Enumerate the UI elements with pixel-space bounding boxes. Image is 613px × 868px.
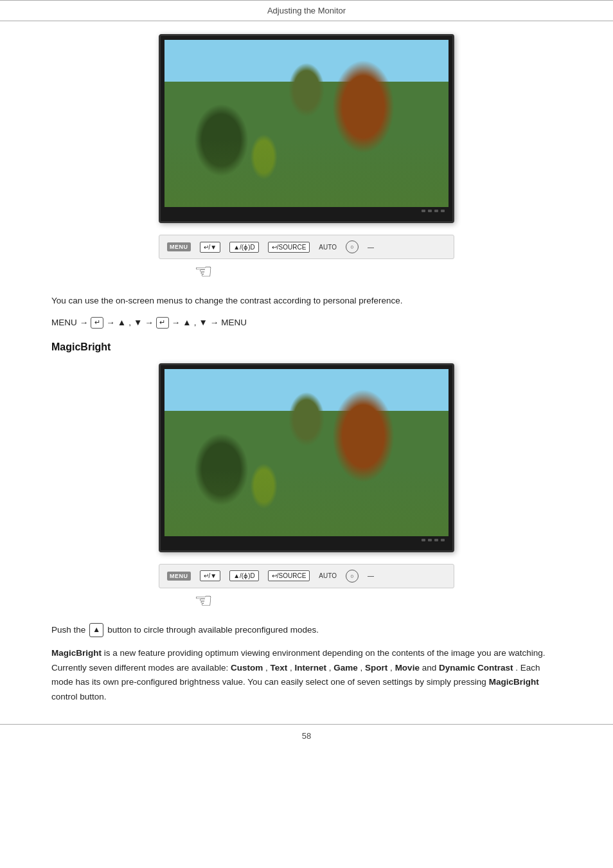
seq-up-2: ▲	[182, 318, 191, 327]
magicbright-button-icon: ▲	[89, 623, 103, 637]
mode-internet: Internet	[294, 663, 326, 673]
osd-btn-3: ↩/SOURCE	[268, 242, 310, 253]
control-dot	[434, 210, 438, 212]
monitor-image-2	[51, 363, 562, 552]
push-prefix: Push the	[51, 623, 85, 637]
osd-wrapper-1: MENU ↵/▼ ▲/(ϕ)D ↩/SOURCE AUTO ○ — ☞	[51, 235, 562, 259]
osd-wrapper-2: MENU ↵/▼ ▲/(ϕ)D ↩/SOURCE AUTO ○ — ☞	[51, 564, 562, 588]
menu-sequence: MENU → ↵ → ▲ , ▼ → ↵ → ▲ , ▼ → MENU	[51, 317, 562, 329]
mode-game: Game	[333, 663, 358, 673]
osd-bar-1: MENU ↵/▼ ▲/(ϕ)D ↩/SOURCE AUTO ○ —	[159, 235, 454, 259]
control-dot	[428, 210, 432, 212]
control-dot	[422, 210, 425, 212]
magicbright-body-text: MagicBright is a new feature providing o…	[51, 646, 562, 705]
page-header: Adjusting the Monitor	[0, 0, 613, 21]
push-suffix: button to circle through available preco…	[107, 623, 319, 637]
osd-power-btn: ○	[346, 240, 359, 253]
monitor-controls-1	[164, 207, 449, 212]
seq-down-1: ▼	[134, 318, 142, 327]
control-dot	[434, 539, 438, 541]
seq-arrow-5: →	[210, 318, 219, 327]
seq-menu: MENU	[51, 318, 77, 327]
seq-arrow-2: →	[106, 318, 115, 327]
osd-bar-2: MENU ↵/▼ ▲/(ϕ)D ↩/SOURCE AUTO ○ —	[159, 564, 454, 588]
mode-text: Text	[270, 663, 287, 673]
osd-btn2-3: ↩/SOURCE	[268, 570, 310, 581]
osd-menu-label-2: MENU	[167, 572, 191, 581]
seq-down-2: ▼	[199, 318, 207, 327]
mode-custom: Custom	[231, 663, 263, 673]
page-number: 58	[302, 731, 311, 741]
seq-enter-1: ↵	[91, 317, 103, 329]
seq-comma-2: ,	[194, 318, 197, 327]
mode-sport: Sport	[365, 663, 387, 673]
seq-enter-2: ↵	[156, 317, 169, 329]
monitor-image-1	[51, 34, 562, 223]
osd-btn-1: ↵/▼	[200, 242, 221, 253]
magicbright-bold-2: MagicBright	[489, 677, 539, 687]
seq-arrow-1: →	[80, 318, 89, 327]
control-dot	[441, 539, 445, 541]
osd-btn2-2: ▲/(ϕ)D	[229, 570, 259, 581]
monitor-screen-2	[164, 369, 449, 536]
monitor-controls-2	[164, 536, 449, 541]
seq-menu-end: MENU	[221, 318, 247, 327]
page-footer: 58	[0, 724, 613, 747]
paragraph-1: You can use the on-screen menus to chang…	[51, 294, 562, 308]
seq-arrow-4: →	[172, 318, 181, 327]
cursor-hand-2: ☞	[194, 588, 213, 613]
osd-dash: —	[368, 244, 374, 251]
section-heading-magicbright: MagicBright	[51, 341, 562, 353]
osd-btn-2: ▲/(ϕ)D	[229, 242, 259, 253]
osd-dash-2: —	[368, 572, 374, 579]
control-dot	[422, 539, 425, 541]
osd-auto-text: AUTO	[319, 244, 337, 251]
monitor-screen-1	[164, 40, 449, 207]
mode-movie: Movie	[395, 663, 420, 673]
control-dot	[428, 539, 432, 541]
osd-menu-label: MENU	[167, 242, 191, 251]
seq-comma-1: ,	[129, 318, 131, 327]
monitor-frame-2	[159, 363, 454, 552]
osd-btn2-1: ↵/▼	[200, 570, 221, 581]
push-text: Push the ▲ button to circle through avai…	[51, 623, 562, 637]
control-dot	[441, 210, 445, 212]
header-title: Adjusting the Monitor	[267, 6, 346, 15]
cursor-hand-1: ☞	[194, 259, 213, 284]
osd-auto-text-2: AUTO	[319, 572, 337, 579]
seq-arrow-3: →	[145, 318, 154, 327]
magicbright-bold-1: MagicBright	[51, 648, 102, 658]
seq-up-1: ▲	[118, 318, 126, 327]
monitor-frame-1	[159, 34, 454, 223]
mode-dynamic: Dynamic Contrast	[439, 663, 513, 673]
osd-power-btn-2: ○	[346, 570, 359, 583]
